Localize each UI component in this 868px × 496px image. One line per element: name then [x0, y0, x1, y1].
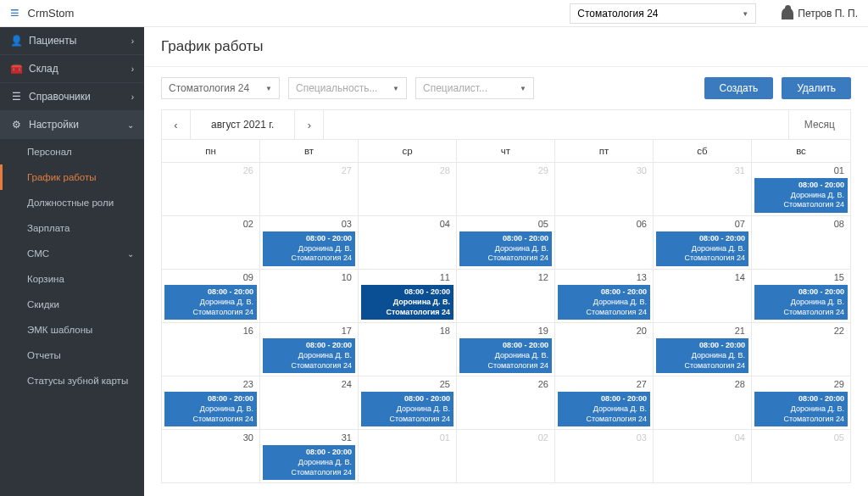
sidebar-sub-sms[interactable]: СМС⌄ — [0, 241, 144, 266]
cal-cell[interactable]: 0508:00 - 20:00Доронина Д. В.Стоматологи… — [457, 216, 555, 270]
cal-cell[interactable]: 12 — [457, 270, 555, 323]
sidebar-sub-roles[interactable]: Должностные роли — [0, 190, 144, 215]
sidebar-sub-personnel[interactable]: Персонал — [0, 139, 144, 164]
filter-speciality-select[interactable]: Специальность... — [288, 77, 407, 99]
cal-cell[interactable]: 0908:00 - 20:00Доронина Д. В.Стоматологи… — [162, 270, 260, 323]
delete-button[interactable]: Удалить — [782, 77, 851, 99]
cal-cell[interactable]: 20 — [555, 323, 654, 376]
cal-day-number: 26 — [459, 379, 552, 391]
cal-cell[interactable]: 2108:00 - 20:00Доронина Д. В.Стоматологи… — [654, 323, 752, 376]
app-title: CrmStom — [28, 7, 75, 20]
cal-cell[interactable]: 02 — [457, 430, 555, 483]
cal-cell[interactable]: 1108:00 - 20:00Доронина Д. В.Стоматологи… — [359, 270, 457, 323]
cal-event[interactable]: 08:00 - 20:00Доронина Д. В.Стоматология … — [459, 338, 552, 373]
cal-cell[interactable]: 27 — [260, 163, 359, 216]
cal-event[interactable]: 08:00 - 20:00Доронина Д. В.Стоматология … — [754, 178, 848, 213]
cal-day-number: 21 — [656, 326, 748, 337]
cal-cell[interactable]: 30 — [555, 163, 654, 216]
cal-event[interactable]: 08:00 - 20:00Доронина Д. В.Стоматология … — [361, 392, 453, 426]
cal-event[interactable]: 08:00 - 20:00Доронина Д. В.Стоматология … — [164, 392, 257, 426]
cal-prev-button[interactable]: ‹ — [162, 110, 191, 139]
cal-cell[interactable]: 2308:00 - 20:00Доронина Д. В.Стоматологи… — [162, 376, 260, 430]
cal-event[interactable]: 08:00 - 20:00Доронина Д. В.Стоматология … — [656, 338, 748, 373]
cal-cell[interactable]: 02 — [162, 216, 260, 270]
cal-event[interactable]: 08:00 - 20:00Доронина Д. В.Стоматология … — [459, 231, 552, 266]
cal-weekday: вт — [260, 140, 359, 162]
cal-day-number: 27 — [558, 379, 650, 391]
cal-day-number: 28 — [656, 379, 748, 391]
sidebar-item-settings[interactable]: ⚙ Настройки ⌄ — [0, 111, 144, 139]
sidebar-sub-discounts[interactable]: Скидки — [0, 292, 144, 317]
cal-cell[interactable]: 0308:00 - 20:00Доронина Д. В.Стоматологи… — [260, 216, 359, 270]
sidebar-item-directories[interactable]: ☰ Справочники › — [0, 83, 144, 111]
cal-cell[interactable]: 10 — [260, 270, 359, 323]
cal-day-number: 10 — [263, 272, 355, 284]
cal-cell[interactable]: 30 — [162, 430, 260, 483]
cal-cell[interactable]: 26 — [162, 163, 260, 216]
cal-cell[interactable]: 24 — [260, 376, 359, 430]
cal-event[interactable]: 08:00 - 20:00Доронина Д. В.Стоматология … — [754, 392, 848, 426]
filter-specialist-select[interactable]: Специалист... — [415, 77, 534, 99]
cal-cell[interactable]: 18 — [359, 323, 457, 376]
cal-cell[interactable]: 0108:00 - 20:00Доронина Д. В.Стоматологи… — [752, 163, 850, 216]
menu-toggle-icon[interactable]: ≡ — [10, 4, 19, 22]
cal-event[interactable]: 08:00 - 20:00Доронина Д. В.Стоматология … — [263, 231, 355, 266]
cal-day-number: 02 — [164, 219, 257, 231]
cal-cell[interactable]: 22 — [752, 323, 850, 376]
filter-branch-select[interactable]: Стоматология 24 — [161, 77, 280, 99]
cal-weekday: пт — [555, 140, 654, 162]
cal-cell[interactable]: 28 — [359, 163, 457, 216]
cal-cell[interactable]: 1708:00 - 20:00Доронина Д. В.Стоматологи… — [260, 323, 359, 376]
sidebar-sub-reports[interactable]: Отчеты — [0, 343, 144, 368]
cal-day-number: 30 — [164, 432, 257, 444]
cal-cell[interactable]: 29 — [457, 163, 555, 216]
chevron-right-icon: › — [131, 64, 134, 74]
cal-cell[interactable]: 06 — [555, 216, 654, 270]
cal-day-number: 05 — [754, 432, 848, 444]
cal-view-tab-month[interactable]: Месяц — [788, 110, 850, 139]
cal-cell[interactable]: 04 — [654, 430, 752, 483]
cal-cell[interactable]: 3108:00 - 20:00Доронина Д. В.Стоматологи… — [260, 430, 359, 483]
cal-cell[interactable]: 01 — [359, 430, 457, 483]
cal-event[interactable]: 08:00 - 20:00Доронина Д. В.Стоматология … — [361, 285, 453, 320]
cal-event[interactable]: 08:00 - 20:00Доронина Д. В.Стоматология … — [164, 285, 257, 320]
cal-cell[interactable]: 16 — [162, 323, 260, 376]
create-button[interactable]: Создать — [704, 77, 774, 99]
cal-cell[interactable]: 2908:00 - 20:00Доронина Д. В.Стоматологи… — [752, 376, 850, 430]
cal-day-number: 27 — [263, 165, 355, 177]
cal-cell[interactable]: 08 — [752, 216, 850, 270]
cal-cell[interactable]: 0708:00 - 20:00Доронина Д. В.Стоматологи… — [654, 216, 752, 270]
cal-cell[interactable]: 14 — [654, 270, 752, 323]
cal-event[interactable]: 08:00 - 20:00Доронина Д. В.Стоматология … — [263, 338, 355, 373]
cal-cell[interactable]: 26 — [457, 376, 555, 430]
sidebar-item-warehouse[interactable]: 🧰 Склад › — [0, 55, 144, 83]
cal-cell[interactable]: 05 — [752, 430, 850, 483]
cal-next-button[interactable]: › — [295, 110, 324, 139]
sidebar-item-label: СМС — [27, 248, 49, 259]
cal-cell[interactable]: 2508:00 - 20:00Доронина Д. В.Стоматологи… — [359, 376, 457, 430]
cal-event[interactable]: 08:00 - 20:00Доронина Д. В.Стоматология … — [754, 285, 848, 320]
sidebar-sub-tooth-statuses[interactable]: Статусы зубной карты — [0, 368, 144, 393]
sidebar-sub-salary[interactable]: Зарплата — [0, 215, 144, 241]
user-display[interactable]: Петров П. П. — [782, 8, 858, 20]
sidebar-sub-emk[interactable]: ЭМК шаблоны — [0, 317, 144, 343]
branch-top-select[interactable]: Стоматология 24 — [570, 3, 756, 24]
cal-cell[interactable]: 28 — [654, 376, 752, 430]
cal-cell[interactable]: 31 — [654, 163, 752, 216]
cal-day-number: 01 — [361, 432, 453, 444]
cal-day-number: 12 — [459, 272, 552, 284]
warehouse-icon: 🧰 — [10, 63, 22, 75]
cal-event[interactable]: 08:00 - 20:00Доронина Д. В.Стоматология … — [558, 392, 650, 426]
cal-cell[interactable]: 2708:00 - 20:00Доронина Д. В.Стоматологи… — [555, 376, 654, 430]
cal-cell[interactable]: 1908:00 - 20:00Доронина Д. В.Стоматологи… — [457, 323, 555, 376]
cal-event[interactable]: 08:00 - 20:00Доронина Д. В.Стоматология … — [263, 445, 355, 480]
cal-event[interactable]: 08:00 - 20:00Доронина Д. В.Стоматология … — [656, 231, 748, 266]
cal-cell[interactable]: 1308:00 - 20:00Доронина Д. В.Стоматологи… — [555, 270, 654, 323]
sidebar-sub-schedule[interactable]: График работы — [0, 164, 144, 190]
cal-cell[interactable]: 03 — [555, 430, 654, 483]
cal-cell[interactable]: 04 — [359, 216, 457, 270]
cal-cell[interactable]: 1508:00 - 20:00Доронина Д. В.Стоматологи… — [752, 270, 850, 323]
sidebar-item-patients[interactable]: 👤 Пациенты › — [0, 27, 144, 55]
cal-event[interactable]: 08:00 - 20:00Доронина Д. В.Стоматология … — [558, 285, 650, 320]
sidebar-sub-trash[interactable]: Корзина — [0, 266, 144, 292]
